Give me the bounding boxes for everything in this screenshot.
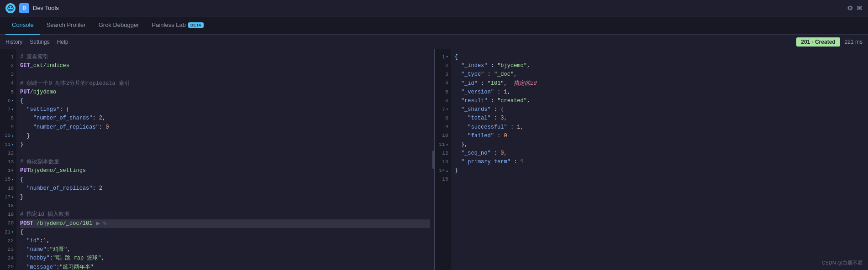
- app-logo: [5, 3, 16, 13]
- output-line-1: {: [455, 53, 865, 62]
- editor-line-10: }: [20, 132, 430, 140]
- editor-line-19: # 指定id 插入数据: [20, 210, 430, 219]
- output-code-area: 1 ▾ 2 3 4 5 6 7 ▾ 8 9 10 11 ▴ 12 13 14 ▴…: [435, 49, 868, 270]
- editor-line-5: PUT /bjydemo: [20, 88, 430, 97]
- editor-content[interactable]: # 查看索引 GET _cat/indices # 创建一个0 副本2分片的ro…: [16, 49, 434, 270]
- subnav-help[interactable]: Help: [57, 39, 68, 45]
- editor-line-numbers: 1 2 3 4 5 6 ▾ 7 ▾ 8 9 10 ▴ 11 ▴ 12 13 14…: [0, 49, 16, 270]
- output-content: { "_index" : "bjydemo", "_type" : "_doc"…: [451, 49, 868, 270]
- nav-tabs: Console Search Profiler Grok Debugger Pa…: [0, 16, 868, 35]
- output-line-9: "successful" : 1,: [455, 123, 865, 132]
- editor-line-23: "name":"鸡哥",: [20, 245, 430, 254]
- output-line-11: },: [455, 140, 865, 149]
- editor-line-20: POST /bjydemo/_doc/101 ▶ ✎: [20, 219, 430, 228]
- svg-point-1: [9, 6, 10, 8]
- tab-search-profiler[interactable]: Search Profiler: [40, 16, 92, 35]
- output-line-numbers: 1 ▾ 2 3 4 5 6 7 ▾ 8 9 10 11 ▴ 12 13 14 ▴…: [435, 49, 451, 270]
- output-panel: 1 ▾ 2 3 4 5 6 7 ▾ 8 9 10 11 ▴ 12 13 14 ▴…: [435, 49, 868, 270]
- output-line-7: "_shards" : {: [455, 105, 865, 114]
- editor-line-15: {: [20, 176, 430, 184]
- top-bar-actions: ⚙ ✉: [847, 4, 863, 12]
- editor-line-17: }: [20, 193, 430, 202]
- status-time: 221 ms: [845, 39, 863, 45]
- editor-line-7: "settings": {: [20, 105, 430, 114]
- editor-line-11: }: [20, 140, 430, 149]
- output-line-14: }: [455, 166, 865, 175]
- editor-line-16: "number_of_replicas": 2: [20, 184, 430, 193]
- output-line-2: "_index" : "bjydemo",: [455, 62, 865, 70]
- output-line-15: [455, 176, 865, 184]
- editor-panel: 1 2 3 4 5 6 ▾ 7 ▾ 8 9 10 ▴ 11 ▴ 12 13 14…: [0, 49, 435, 270]
- editor-line-3: [20, 70, 430, 79]
- output-line-5: "_version" : 1,: [455, 88, 865, 97]
- watermark: CSDN @白居不易: [822, 260, 863, 266]
- editor-line-1: # 查看索引: [20, 53, 430, 62]
- panel-divider[interactable]: [432, 151, 434, 169]
- sub-nav: History Settings Help 201 - Created 221 …: [0, 35, 868, 49]
- editor-line-9: "number_of_replicas": 0: [20, 123, 430, 132]
- settings-icon[interactable]: ⚙: [847, 4, 853, 12]
- beta-badge: BETA: [188, 22, 204, 28]
- output-line-8: "total" : 3,: [455, 114, 865, 123]
- output-line-12: "_seq_no" : 0,: [455, 149, 865, 158]
- editor-line-6: {: [20, 97, 430, 105]
- status-area: 201 - Created 221 ms: [796, 37, 863, 47]
- editor-code-area: 1 2 3 4 5 6 ▾ 7 ▾ 8 9 10 ▴ 11 ▴ 12 13 14…: [0, 49, 434, 270]
- status-badge: 201 - Created: [796, 37, 840, 47]
- output-line-6: "result" : "created",: [455, 97, 865, 105]
- tab-console[interactable]: Console: [5, 16, 40, 35]
- app-title: Dev Tools: [33, 5, 59, 11]
- wrench-icon[interactable]: ✎: [103, 218, 106, 228]
- editor-line-24: "hobby":"唱 跳 rap 篮球",: [20, 254, 430, 263]
- svg-point-0: [8, 5, 13, 11]
- editor-line-21: {: [20, 228, 430, 237]
- mail-icon[interactable]: ✉: [857, 4, 863, 12]
- top-bar: D Dev Tools ⚙ ✉: [0, 0, 868, 16]
- editor-line-18: [20, 202, 430, 210]
- main-area: 1 2 3 4 5 6 ▾ 7 ▾ 8 9 10 ▴ 11 ▴ 12 13 14…: [0, 49, 868, 270]
- editor-line-22: "id":1,: [20, 237, 430, 245]
- dev-icon: D: [19, 3, 29, 13]
- tab-grok-debugger[interactable]: Grok Debugger: [92, 16, 146, 35]
- editor-line-14: PUT bjydemo/_settings: [20, 166, 430, 175]
- editor-line-13: # 修改副本数量: [20, 158, 430, 166]
- run-icon[interactable]: ▶: [96, 218, 100, 228]
- editor-line-4: # 创建一个0 副本2分片的ropledata 索引: [20, 79, 430, 88]
- subnav-settings[interactable]: Settings: [30, 39, 49, 45]
- svg-point-2: [11, 6, 13, 8]
- output-line-4: "_id" : "101", 指定的id: [455, 79, 865, 88]
- output-line-3: "_type" : "_doc",: [455, 70, 865, 79]
- editor-line-2: GET _cat/indices: [20, 62, 430, 70]
- tab-painless-lab[interactable]: Painless Lab BETA: [146, 16, 210, 35]
- output-line-10: "failed" : 0: [455, 132, 865, 140]
- editor-line-25: "message":"练习两年半": [20, 263, 430, 270]
- output-line-13: "_primary_term" : 1: [455, 158, 865, 166]
- editor-line-12: [20, 149, 430, 158]
- editor-line-8: "number_of_shards": 2,: [20, 114, 430, 123]
- subnav-history[interactable]: History: [5, 39, 22, 45]
